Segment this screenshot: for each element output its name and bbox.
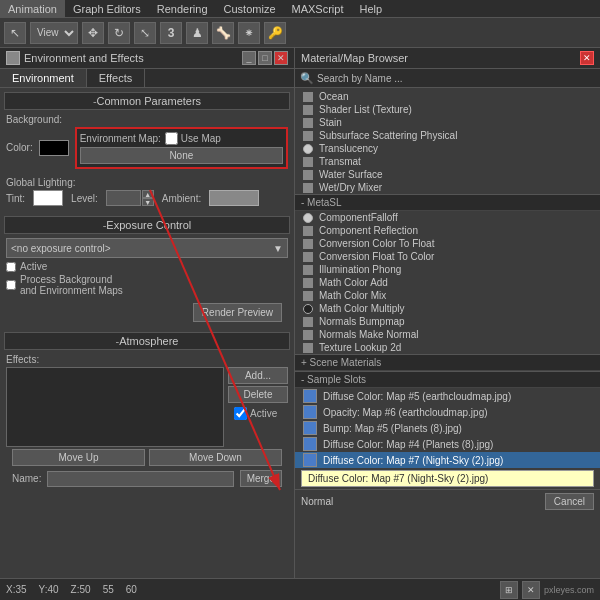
list-item[interactable]: Math Color Add [295,276,600,289]
panel-controls: _ □ ✕ [242,51,288,65]
sample-slot-item-selected[interactable]: Diffuse Color: Map #7 (Night-Sky (2).jpg… [295,452,600,468]
sample-slot-item[interactable]: Bump: Map #5 (Planets (8).jpg) [295,420,600,436]
env-map-label: Environment Map: [80,133,161,144]
list-item[interactable]: ComponentFalloff [295,211,600,224]
item-icon [303,343,313,353]
exposure-dropdown-group: <no exposure control> ▼ [0,236,294,260]
metasl-header-text: - MetaSL [301,197,342,208]
level-spinner: 1.0 ▲ ▼ [106,190,154,206]
menu-graph-editors[interactable]: Graph Editors [65,0,149,17]
normal-section: Normal Cancel [295,489,600,513]
view-select[interactable]: View [30,22,78,44]
list-item[interactable]: Illumination Phong [295,263,600,276]
exposure-control-header: Exposure Control [4,216,290,234]
env-map-button[interactable]: None [80,147,283,164]
use-map-checkbox[interactable] [165,132,178,145]
bone-icon[interactable]: 🦴 [212,22,234,44]
list-item[interactable]: Translucency [295,142,600,155]
list-item[interactable]: Wet/Dry Mixer [295,181,600,194]
level-down-button[interactable]: ▼ [142,198,154,206]
menu-animation[interactable]: Animation [0,0,65,17]
exposure-dropdown-value: <no exposure control> [11,243,111,254]
menu-maxscript[interactable]: MAXScript [284,0,352,17]
name-input[interactable] [47,471,233,487]
list-item[interactable]: Conversion Float To Color [295,250,600,263]
atm-active-checkbox[interactable] [234,407,247,420]
close-browser-button[interactable]: ✕ [580,51,594,65]
menu-help[interactable]: Help [352,0,391,17]
watermark: pxleyes.com [544,585,594,595]
merge-button[interactable]: Merge [240,470,282,487]
cancel-button[interactable]: Cancel [545,493,594,510]
list-item[interactable]: Math Color Mix [295,289,600,302]
normal-label: Normal [301,496,333,507]
metasl-section-header[interactable]: - MetaSL [295,194,600,211]
arrow-icon[interactable]: ↖ [4,22,26,44]
move-down-button[interactable]: Move Down [149,449,282,466]
tab-effects[interactable]: Effects [87,69,145,87]
move-icon[interactable]: ✥ [82,22,104,44]
move-up-button[interactable]: Move Up [12,449,145,466]
list-item[interactable]: Water Surface [295,168,600,181]
char-icon[interactable]: ♟ [186,22,208,44]
background-label: Background: [6,114,288,125]
num3-icon[interactable]: 3 [160,22,182,44]
list-item[interactable]: Stain [295,116,600,129]
delete-button[interactable]: Delete [228,386,288,403]
add-button[interactable]: Add... [228,367,288,384]
item-icon [303,252,313,262]
slot-swatch [303,453,317,467]
menu-customize[interactable]: Customize [216,0,284,17]
list-item[interactable]: Normals Bumpmap [295,315,600,328]
scene-materials-header[interactable]: + Scene Materials [295,354,600,371]
background-group: Background: Color: Environment Map: Use … [0,112,294,175]
level-up-button[interactable]: ▲ [142,190,154,198]
right-title-text: Material/Map Browser [301,52,408,64]
sample-slot-item[interactable]: Diffuse Color: Map #5 (earthcloudmap.jpg… [295,388,600,404]
tab-environment[interactable]: Environment [0,69,87,87]
active-checkbox[interactable] [6,262,16,272]
sample-slots-header[interactable]: - Sample Slots [295,371,600,388]
process-bg-checkbox[interactable] [6,280,16,290]
list-item[interactable]: Shader List (Texture) [295,103,600,116]
minimize-button[interactable]: _ [242,51,256,65]
menu-bar: Animation Graph Editors Rendering Custom… [0,0,600,18]
list-item[interactable]: Ocean [295,90,600,103]
list-item[interactable]: Math Color Multiply [295,302,600,315]
browser-list[interactable]: Ocean Shader List (Texture) Stain Subsur… [295,88,600,578]
extra2-coord: 60 [126,584,137,595]
atmosphere-header: Atmosphere [4,332,290,350]
slot-swatch [303,405,317,419]
scene-materials-header-text: + Scene Materials [301,357,381,368]
color-swatch[interactable] [39,140,69,156]
status-icons: ⊞ ✕ [500,581,540,599]
status-icon2[interactable]: ✕ [522,581,540,599]
item-icon [303,183,313,193]
item-icon [303,170,313,180]
maximize-button[interactable]: □ [258,51,272,65]
rotate-icon[interactable]: ↻ [108,22,130,44]
item-icon [303,105,313,115]
particle-icon[interactable]: ⁕ [238,22,260,44]
list-item[interactable]: Transmat [295,155,600,168]
sample-slot-item[interactable]: Opacity: Map #6 (earthcloudmap.jpg) [295,404,600,420]
render-preview-button[interactable]: Render Preview [193,303,282,322]
tint-swatch[interactable] [33,190,63,206]
menu-rendering[interactable]: Rendering [149,0,216,17]
panel-tabs: Environment Effects [0,69,294,88]
tooltip-text: Diffuse Color: Map #7 (Night-Sky (2).jpg… [308,473,488,484]
list-item[interactable]: Subsurface Scattering Physical [295,129,600,142]
close-panel-button[interactable]: ✕ [274,51,288,65]
list-item[interactable]: Texture Lookup 2d [295,341,600,354]
search-label: Search by Name ... [317,73,403,84]
level-input[interactable]: 1.0 [106,190,141,206]
status-icon1[interactable]: ⊞ [500,581,518,599]
list-item[interactable]: Normals Make Normal [295,328,600,341]
sample-slot-item[interactable]: Diffuse Color: Map #4 (Planets (8).jpg) [295,436,600,452]
scale-icon[interactable]: ⤡ [134,22,156,44]
list-item[interactable]: Conversion Color To Float [295,237,600,250]
exposure-dropdown[interactable]: <no exposure control> ▼ [6,238,288,258]
key-icon[interactable]: 🔑 [264,22,286,44]
list-item[interactable]: Component Reflection [295,224,600,237]
ambient-swatch[interactable] [209,190,259,206]
